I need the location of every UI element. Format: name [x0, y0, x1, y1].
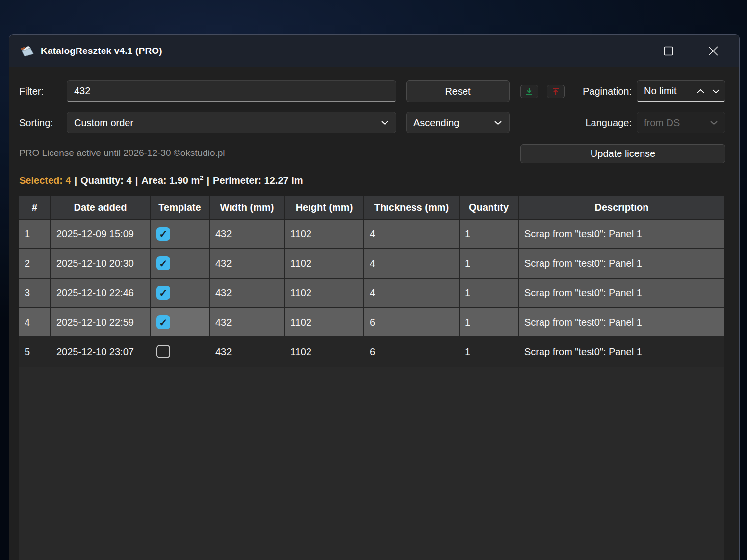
template-checkbox[interactable]: [156, 256, 170, 270]
row-thickness: 4: [364, 249, 460, 279]
row-description: Scrap from "test0": Panel 1: [519, 337, 724, 367]
table-row[interactable]: 1 2025-12-09 15:09 432 1102 4 1 Scrap fr…: [19, 220, 724, 249]
window-title: KatalogResztek v4.1 (PRO): [41, 46, 162, 56]
filter-input[interactable]: [67, 80, 396, 102]
row-quantity: 1: [460, 337, 519, 367]
pagination-value: No limit: [644, 85, 677, 97]
spinner-up-icon[interactable]: [696, 89, 705, 94]
row-thickness: 6: [364, 308, 460, 337]
col-header-date-added[interactable]: Date added: [51, 196, 151, 220]
perimeter-stat: Perimeter: 12.27 lm: [213, 175, 303, 186]
row-index: 4: [19, 308, 51, 337]
close-icon: [707, 45, 719, 57]
area-stat: Area: 1.90 m: [141, 175, 200, 186]
row-description: Scrap from "test0": Panel 1: [519, 249, 724, 279]
minimize-button[interactable]: [613, 35, 635, 67]
row-thickness: 4: [364, 220, 460, 249]
row-width: 432: [210, 279, 285, 308]
row-height: 1102: [285, 220, 364, 249]
col-header-template[interactable]: Template: [151, 196, 210, 220]
template-checkbox[interactable]: [156, 315, 170, 329]
col-header-quantity[interactable]: Quantity: [460, 196, 519, 220]
pagination-label: Pagination:: [564, 80, 632, 102]
app-window: KatalogResztek v4.1 (PRO) Filter: Reset …: [9, 34, 740, 560]
template-checkbox[interactable]: [156, 345, 170, 358]
row-quantity: 1: [460, 308, 519, 337]
row-description: Scrap from "test0": Panel 1: [519, 308, 724, 337]
filter-label: Filter:: [19, 80, 44, 102]
spinner-down-icon[interactable]: [712, 89, 720, 94]
direction-dropdown[interactable]: Ascending: [406, 112, 510, 133]
row-width: 432: [210, 249, 285, 279]
maximize-icon: [663, 45, 674, 57]
reset-button[interactable]: Reset: [406, 80, 510, 102]
row-index: 1: [19, 220, 51, 249]
row-description: Scrap from "test0": Panel 1: [519, 220, 724, 249]
row-date: 2025-12-09 15:09: [51, 220, 151, 249]
row-height: 1102: [285, 279, 364, 308]
sorting-dropdown[interactable]: Custom order: [67, 112, 396, 133]
import-down-arrow-icon: [525, 87, 534, 96]
update-license-button[interactable]: Update license: [520, 144, 725, 163]
table-row[interactable]: 4 2025-12-10 22:59 432 1102 6 1 Scrap fr…: [19, 308, 724, 337]
direction-value: Ascending: [413, 117, 459, 128]
export-button[interactable]: [547, 85, 565, 98]
template-checkbox[interactable]: [156, 286, 170, 300]
stats-separator: |: [132, 175, 142, 186]
col-header-height[interactable]: Height (mm): [285, 196, 364, 220]
row-index: 5: [19, 337, 51, 367]
close-button[interactable]: [702, 35, 724, 67]
update-license-label: Update license: [591, 148, 655, 159]
maximize-button[interactable]: [657, 35, 680, 67]
row-description: Scrap from "test0": Panel 1: [519, 279, 724, 308]
language-value: from DS: [644, 117, 680, 128]
row-thickness: 4: [364, 279, 460, 308]
license-status-text: PRO License active until 2026-12-30 ©oks…: [19, 148, 225, 158]
chevron-down-icon: [494, 120, 502, 125]
table-row[interactable]: 3 2025-12-10 22:46 432 1102 4 1 Scrap fr…: [19, 279, 724, 308]
table-header-row: # Date added Template Width (mm) Height …: [19, 196, 724, 220]
title-bar: KatalogResztek v4.1 (PRO): [9, 35, 739, 67]
language-dropdown[interactable]: from DS: [637, 112, 725, 133]
sorting-label: Sorting:: [19, 112, 53, 133]
row-thickness: 6: [364, 337, 460, 367]
row-width: 432: [210, 220, 285, 249]
row-height: 1102: [285, 249, 364, 279]
row-quantity: 1: [460, 249, 519, 279]
window-controls: [613, 35, 739, 67]
row-date: 2025-12-10 23:07: [51, 337, 151, 367]
row-date: 2025-12-10 22:46: [51, 279, 151, 308]
template-checkbox[interactable]: [156, 227, 170, 241]
table-row[interactable]: 5 2025-12-10 23:07 432 1102 6 1 Scrap fr…: [19, 337, 724, 367]
stats-separator: |: [203, 175, 213, 186]
row-index: 2: [19, 249, 51, 279]
row-height: 1102: [285, 337, 364, 367]
col-header-index[interactable]: #: [19, 196, 51, 220]
stats-separator: |: [71, 175, 81, 186]
row-quantity: 1: [460, 279, 519, 308]
scrap-table: # Date added Template Width (mm) Height …: [19, 196, 724, 560]
selected-count: Selected: 4: [19, 175, 71, 186]
import-button[interactable]: [520, 85, 538, 98]
quantity-stat: Quantity: 4: [80, 175, 131, 186]
row-date: 2025-12-10 20:30: [51, 249, 151, 279]
sorting-value: Custom order: [74, 117, 133, 128]
language-label: Language:: [564, 112, 632, 133]
row-width: 432: [210, 337, 285, 367]
selection-stats: Selected: 4|Quantity: 4|Area: 1.90 m2|Pe…: [19, 174, 303, 186]
row-index: 3: [19, 279, 51, 308]
row-width: 432: [210, 308, 285, 337]
chevron-down-icon: [381, 120, 389, 125]
row-date: 2025-12-10 22:59: [51, 308, 151, 337]
col-header-width[interactable]: Width (mm): [210, 196, 285, 220]
col-header-description[interactable]: Description: [519, 196, 724, 220]
export-up-arrow-icon: [551, 87, 560, 96]
col-header-thickness[interactable]: Thickness (mm): [364, 196, 460, 220]
minimize-icon: [618, 45, 630, 57]
chevron-down-icon: [710, 120, 718, 125]
table-row[interactable]: 2 2025-12-10 20:30 432 1102 4 1 Scrap fr…: [19, 249, 724, 279]
pagination-spinner[interactable]: No limit: [637, 80, 725, 102]
reset-button-label: Reset: [445, 86, 470, 97]
row-height: 1102: [285, 308, 364, 337]
row-quantity: 1: [460, 220, 519, 249]
